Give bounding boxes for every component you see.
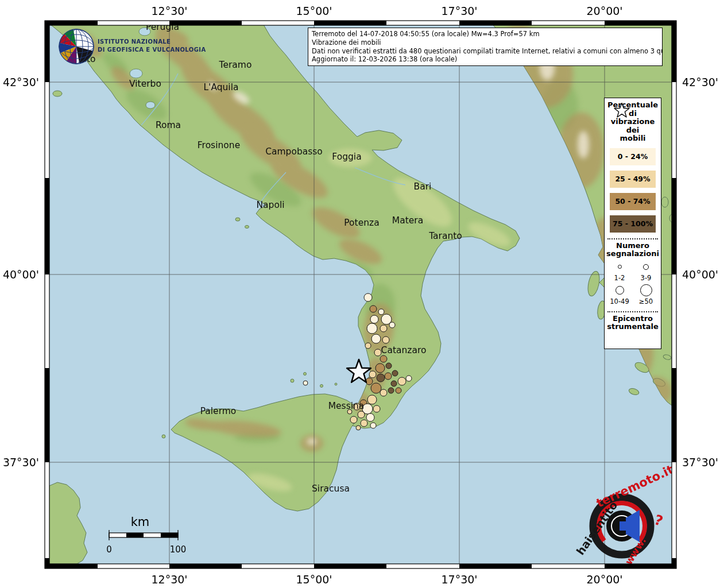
event-info-box: Terremoto del 14-07-2018 04:50:55 (ora l…: [308, 28, 663, 66]
report-circle: [380, 389, 387, 396]
macroseismic-map-page: PerugiasetoTeramoViterboL'AquilaRomaFros…: [0, 0, 720, 588]
frame-band: [459, 21, 532, 25]
axis-label-right: 40°00': [682, 268, 718, 281]
axis-label-left: 42°30': [3, 76, 39, 88]
axis-label-top: 12°30': [151, 5, 187, 17]
report-circle: [396, 388, 401, 393]
city-label-siracusa: Siracusa: [312, 483, 350, 494]
report-circle: [303, 381, 308, 385]
legend-signal-sizes: 1-23-910-49≥50: [606, 258, 659, 305]
legend-epicenter-title: Epicentro strumentale: [606, 315, 659, 331]
signal-size-label: ≥50: [639, 297, 653, 305]
city-label-teramo: Teramo: [219, 60, 252, 70]
signal-size-circle-icon: [640, 284, 652, 296]
scale-unit-label: km: [131, 515, 150, 529]
island: [335, 383, 337, 385]
axis-label-left: 37°30': [3, 456, 39, 469]
legend-color-classes: 0 - 24%25 - 49%50 - 74%75 - 100%: [606, 148, 659, 233]
scale-start-label: 0: [106, 544, 112, 555]
frame-band: [386, 21, 459, 25]
frame-band: [45, 558, 49, 568]
axis-label-top: 15°00': [296, 5, 332, 17]
report-circle: [376, 363, 385, 373]
frame-band: [45, 21, 49, 82]
legend-signal-size: ≥50: [633, 284, 659, 305]
frame-band: [45, 462, 49, 558]
frame-band: [242, 21, 314, 25]
signal-size-label: 10-49: [610, 297, 629, 305]
report-circle: [369, 371, 376, 378]
report-circle: [388, 388, 394, 393]
legend-signal-size: 3-9: [633, 261, 659, 282]
city-label-foggia: Foggia: [332, 152, 361, 162]
legend-class-swatch: 50 - 74%: [610, 193, 656, 210]
report-circle: [391, 381, 397, 386]
island: [291, 379, 294, 382]
frame-band: [605, 21, 676, 25]
report-circle: [386, 363, 392, 369]
city-label-messina: Messina: [328, 401, 365, 411]
city-label-potenza: Potenza: [344, 218, 379, 228]
island: [245, 226, 249, 229]
legend-signal-size: 10-49: [606, 284, 633, 305]
event-title: Terremoto del 14-07-2018 04:50:55 (ora l…: [312, 30, 659, 38]
report-circle: [350, 416, 357, 423]
frame-band: [605, 564, 676, 568]
city-label-viterbo: Viterbo: [129, 79, 161, 89]
legend-class-swatch: 0 - 24%: [610, 148, 656, 165]
report-circle: [380, 325, 387, 332]
frame-band: [169, 564, 242, 568]
axis-label-bottom: 15°00': [296, 573, 332, 586]
frame-band: [459, 564, 532, 568]
report-circle: [366, 378, 373, 385]
island: [661, 197, 668, 207]
frame-band: [314, 564, 386, 568]
report-circle: [367, 395, 377, 404]
axis-label-right: 37°30': [682, 456, 718, 469]
report-circle: [406, 376, 412, 381]
report-circle: [365, 343, 371, 349]
epicenter-star-small: [614, 103, 629, 117]
signal-size-label: 3-9: [641, 274, 652, 282]
axis-label-top: 20°00': [586, 5, 622, 17]
frame-band: [45, 274, 49, 368]
city-label-matera: Matera: [392, 215, 423, 226]
frame-band: [169, 21, 242, 25]
report-circle: [380, 355, 387, 362]
axis-label-bottom: 12°30': [151, 573, 187, 586]
report-circle: [398, 377, 406, 385]
city-label-taranto: Taranto: [428, 231, 462, 241]
axis-label-top: 17°30': [441, 5, 477, 17]
scale-end-label: 100: [170, 544, 187, 555]
report-circle: [371, 383, 381, 393]
frame-band: [672, 558, 676, 568]
report-circle: [389, 322, 395, 328]
ingv-name-line2: DI GEOFISICA E VULCANOLOGIA: [98, 47, 206, 53]
legend-class-swatch: 25 - 49%: [610, 171, 656, 188]
frame-band: [672, 178, 676, 274]
axis-label-bottom: 20°00': [586, 573, 622, 586]
frame-band: [314, 21, 386, 25]
city-label-napoli: Napoli: [256, 200, 284, 210]
report-circle: [370, 423, 376, 428]
island: [162, 435, 165, 438]
report-circle: [373, 405, 380, 412]
frame-band: [45, 82, 49, 178]
report-circle: [364, 293, 372, 301]
report-circle: [374, 349, 381, 356]
report-circle: [358, 411, 365, 418]
legend-class-swatch: 75 - 100%: [610, 215, 656, 233]
report-circle: [377, 374, 385, 382]
city-label-campobasso: Campobasso: [265, 146, 323, 157]
map-legend: Percentuale di vibrazione dei mobili 0 -…: [604, 98, 661, 349]
report-circle: [371, 334, 381, 343]
report-circle: [370, 315, 378, 323]
frame-band: [672, 274, 676, 368]
frame-band: [672, 21, 676, 82]
city-label-laquila: L'Aquila: [203, 82, 238, 92]
report-circle: [392, 370, 398, 376]
frame-band: [672, 462, 676, 558]
report-circle: [361, 420, 367, 427]
legend-signals-title: Numero segnalazioni: [606, 242, 659, 258]
report-circle: [356, 425, 361, 430]
